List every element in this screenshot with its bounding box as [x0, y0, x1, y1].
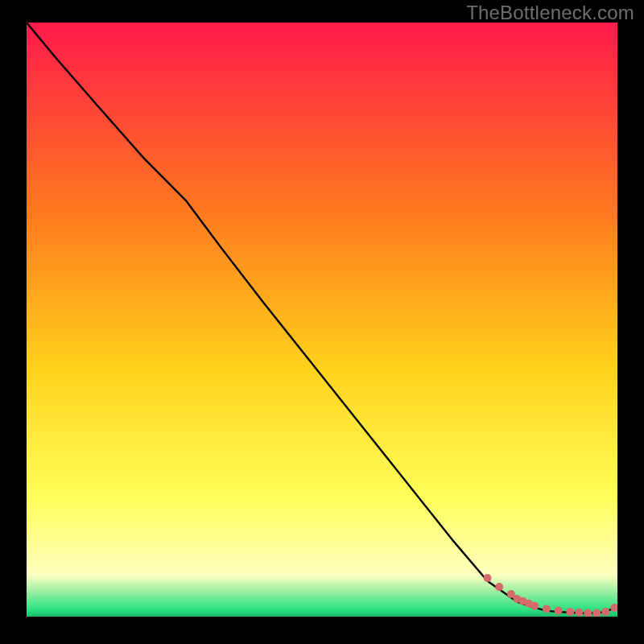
highlight-marker	[566, 608, 574, 616]
chart-frame: TheBottleneck.com	[0, 0, 644, 644]
highlight-marker	[543, 605, 551, 613]
highlight-marker	[601, 608, 609, 616]
highlight-marker	[555, 607, 563, 615]
highlight-marker	[530, 602, 539, 610]
plot-area	[27, 23, 617, 617]
highlight-marker	[495, 583, 503, 591]
highlight-marker	[575, 609, 583, 617]
highlight-marker	[484, 574, 492, 582]
plot-canvas	[27, 23, 617, 617]
gradient-background	[27, 23, 617, 617]
watermark-text: TheBottleneck.com	[466, 2, 634, 24]
